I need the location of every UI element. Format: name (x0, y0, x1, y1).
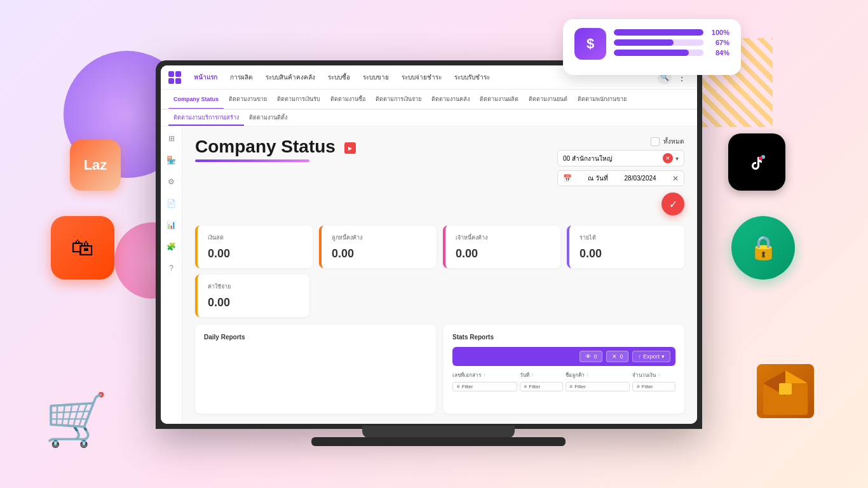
card-cash: เงินสด 0.00 (195, 226, 313, 268)
export-button[interactable]: ↑ Export ▾ (632, 351, 670, 362)
shopping-cart-icon: 🛒 (44, 390, 108, 450)
eye-filter-button[interactable]: 👁 0 (580, 351, 602, 362)
progress-label-2: 67% (707, 39, 729, 46)
filter-icon-1: ≡ (457, 384, 460, 390)
progress-label-1: 100% (707, 29, 729, 36)
nav-item-inventory[interactable]: ระบบสินค้าคงคลัง (261, 70, 320, 85)
filter-btn-2[interactable]: ≡ Filter (520, 382, 563, 391)
all-checkbox-label: ทั้งหมด (663, 137, 684, 146)
sort-icon-3[interactable]: ↑ (587, 372, 589, 378)
title-underline (195, 159, 309, 162)
date-label: ณ วันที่ (588, 173, 608, 183)
filter-icon-4: ≡ (637, 384, 640, 390)
nav-item-sale[interactable]: ระบบขาย (358, 70, 394, 85)
green-badge-icon: 🔒 (731, 216, 795, 280)
all-checkbox[interactable] (651, 137, 660, 146)
confirm-button[interactable]: ✓ (661, 193, 684, 215)
daily-reports-panel: Daily Reports (195, 325, 436, 414)
subnav-warehouse-track[interactable]: ติดตามงานคลัง (426, 90, 475, 109)
branch-dropdown[interactable]: 00 สำนักงานใหญ่ ✕ ▾ (557, 150, 684, 166)
th-amount: จำนวนเงิน ↑ (632, 371, 675, 379)
th-date: วันที่ ↑ (520, 371, 563, 379)
table-header: เลขที่เอกสาร ↑ วันที่ ↑ ชื่อลูกค้า ↑ (452, 371, 675, 379)
lazada-icon: Laz (70, 140, 121, 191)
stats-toolbar: 👁 0 ✕ 0 ↑ Export ▾ (452, 347, 675, 366)
package-box-icon (757, 364, 814, 418)
content-area: ⊞ 🏪 ⚙ 📄 📊 🧩 ? Company Status ▶ (161, 126, 697, 424)
progress-bars: 100% 67% 84% (614, 29, 729, 59)
subnav-finance-pay[interactable]: ติดตามการเงินจ่าย (370, 90, 426, 109)
progress-label-3: 84% (707, 49, 729, 57)
dollar-icon: $ (574, 28, 606, 60)
dollar-card: $ 100% 67% 84% (563, 19, 741, 75)
calendar-icon: 📅 (563, 174, 572, 182)
grid-menu-icon[interactable] (168, 71, 181, 84)
sidebar-icon-puzzle[interactable]: 🧩 (165, 240, 179, 254)
stats-reports-panel: Stats Reports 👁 0 ✕ 0 ↑ (444, 325, 684, 414)
page-title-area: Company Status ▶ (195, 137, 356, 162)
subnav-finance-receive[interactable]: ติดตามการเงินรับ (272, 90, 325, 109)
filter-icon-3: ≡ (570, 384, 573, 390)
date-picker-row[interactable]: 📅 ณ วันที่ 28/03/2024 ✕ (557, 170, 684, 186)
th-doc-number: เลขที่เอกสาร ↑ (452, 371, 517, 379)
card-receivable-value: 0.00 (332, 247, 426, 261)
card-payable-value: 0.00 (456, 247, 550, 261)
all-checkbox-row: ทั้งหมด (651, 137, 684, 146)
sort-icon-1[interactable]: ↑ (483, 372, 485, 378)
sidebar-icon-grid[interactable]: ⊞ (165, 132, 179, 146)
tiktok-icon (728, 133, 785, 191)
sub-nav2: ติดตามงานบริการ/ก่อสร้าง ติดตามงานดิตั้ง (161, 110, 697, 126)
date-clear-icon[interactable]: ✕ (672, 174, 679, 183)
filter-btn-4[interactable]: ≡ Filter (632, 382, 675, 391)
subnav2-service[interactable]: ติดตามงานบริการ/ก่อสร้าง (168, 110, 244, 126)
sort-icon-4[interactable]: ↑ (658, 372, 660, 378)
export-chevron-icon: ▾ (661, 353, 665, 360)
subnav-purchase-track[interactable]: ติดตามงานซื้อ (325, 90, 370, 109)
nav-item-purchase[interactable]: ระบบซื้อ (323, 70, 355, 85)
laptop-base (311, 437, 566, 446)
card-payable: เจ้าหนี้คงค้าง 0.00 (443, 226, 560, 268)
sort-icon-2[interactable]: ↑ (531, 372, 534, 378)
sub-nav: Company Status ติดตามงานขาย ติดตามการเงิ… (161, 90, 697, 110)
eye-icon: 👁 (585, 353, 591, 360)
laptop-frame: หน้าแรก การผลิต ระบบสินค้าคงคลัง ระบบซื้… (156, 60, 702, 429)
card-receivable: ลูกหนี้คงค้าง 0.00 (319, 226, 437, 268)
video-icon[interactable]: ▶ (344, 142, 356, 154)
dropdown-clear-icon[interactable]: ✕ (663, 153, 673, 163)
x-filter-button[interactable]: ✕ 0 (606, 351, 628, 362)
card-expense: ค่าใช้จ่าย 0.00 (195, 274, 309, 317)
x-icon: ✕ (612, 353, 617, 360)
shopee-icon: 🛍 (51, 216, 114, 280)
filter-btn-1[interactable]: ≡ Filter (452, 382, 517, 391)
page-title: Company Status (195, 137, 336, 157)
nav-item-home[interactable]: หน้าแรก (189, 70, 222, 85)
subnav-salesperson-track[interactable]: ติดตามพนักงานขาย (573, 90, 632, 109)
card-expense-value: 0.00 (208, 296, 299, 309)
daily-reports-title: Daily Reports (204, 334, 427, 341)
subnav-sales-track[interactable]: ติดตามงานขาย (224, 90, 272, 109)
sidebar-icon-document[interactable]: 📄 (165, 196, 179, 210)
sidebar-icon-help[interactable]: ? (165, 261, 179, 275)
table-filters: ≡ Filter ≡ Filter ≡ Filter (452, 382, 675, 391)
stats-reports-title: Stats Reports (452, 334, 675, 341)
filter-icon-2: ≡ (524, 384, 527, 390)
subnav-car-track[interactable]: ติดตามงานยนต์ (524, 90, 573, 109)
subnav-company-status[interactable]: Company Status (168, 90, 224, 109)
sidebar-icon-chart[interactable]: 📊 (165, 218, 179, 232)
subnav-production-track[interactable]: ติดตามงานผลิต (475, 90, 524, 109)
nav-item-pay[interactable]: ระบบจ่ายชำระ (397, 70, 447, 85)
card-cash-label: เงินสด (208, 233, 302, 242)
summary-cards-row1: เงินสด 0.00 ลูกหนี้คงค้าง 0.00 เจ้าหนี้ค… (195, 226, 684, 268)
card-receivable-label: ลูกหนี้คงค้าง (332, 233, 426, 242)
sidebar: ⊞ 🏪 ⚙ 📄 📊 🧩 ? (161, 126, 182, 424)
nav-item-production[interactable]: การผลิต (225, 70, 258, 85)
card-payable-label: เจ้าหนี้คงค้าง (456, 233, 550, 242)
sidebar-icon-shop[interactable]: 🏪 (165, 153, 179, 167)
subnav2-install[interactable]: ติดตามงานดิตั้ง (244, 110, 292, 126)
filter-btn-3[interactable]: ≡ Filter (566, 382, 630, 391)
laptop-stand (362, 426, 515, 438)
sidebar-icon-settings[interactable]: ⚙ (165, 175, 179, 189)
card-cash-value: 0.00 (208, 247, 302, 261)
nav-item-receive[interactable]: ระบบรับชำระ (449, 70, 495, 85)
filter-area: ทั้งหมด 00 สำนักงานใหญ่ ✕ ▾ 📅 ณ วันที่ (545, 137, 684, 215)
